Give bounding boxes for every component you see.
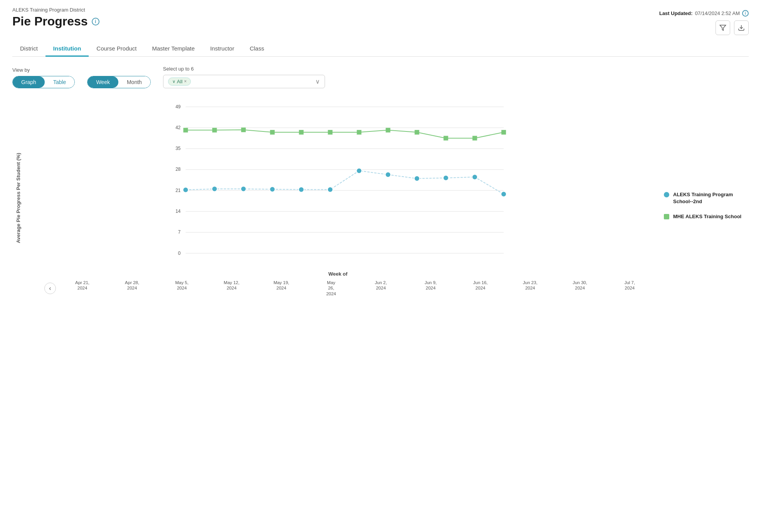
x-label-6: Jun 2,2024 (369, 280, 392, 297)
svg-text:35: 35 (175, 146, 181, 151)
aleks-point-11 (501, 191, 507, 197)
all-tag: ∨ All × (168, 77, 191, 86)
x-label-4: May 19,2024 (270, 280, 293, 297)
time-filter-group: Week Month (87, 76, 150, 88)
legend-item-aleks: ALEKS Training Program School--2nd (664, 191, 749, 205)
tab-master-template[interactable]: Master Template (145, 41, 203, 57)
x-label-10: Jun 30,2024 (568, 280, 591, 297)
mhe-point-8 (415, 130, 419, 135)
mhe-point-1 (212, 128, 217, 132)
aleks-point-9 (443, 175, 449, 180)
tab-district[interactable]: District (12, 41, 45, 57)
x-label-9: Jun 23,2024 (519, 280, 542, 297)
tab-class[interactable]: Class (242, 41, 272, 57)
legend-square-mhe (664, 214, 669, 219)
selected-tags: ∨ All × (168, 77, 315, 86)
legend-dot-aleks (664, 192, 669, 197)
page-info-icon[interactable]: i (92, 18, 99, 25)
mhe-point-0 (184, 128, 188, 132)
view-table-button[interactable]: Table (45, 76, 74, 88)
tab-institution[interactable]: Institution (45, 41, 89, 57)
header-actions (716, 20, 749, 35)
view-by-label: View by (12, 67, 75, 73)
x-label-1: Apr 28,2024 (121, 280, 144, 297)
aleks-point-0 (183, 187, 189, 192)
mhe-point-3 (270, 130, 275, 135)
aleks-point-3 (270, 186, 275, 192)
aleks-point-1 (212, 186, 217, 192)
chart-area: Average Pie Progress Per Student (%) .gr… (12, 99, 749, 297)
mhe-point-10 (473, 136, 477, 140)
mhe-point-9 (444, 136, 448, 140)
aleks-point-4 (299, 187, 304, 192)
svg-text:49: 49 (175, 104, 181, 109)
aleks-point-5 (328, 187, 333, 192)
svg-text:42: 42 (175, 125, 181, 130)
x-label-8: Jun 16,2024 (469, 280, 492, 297)
month-button[interactable]: Month (118, 76, 150, 88)
institution-select-group: Select up to 6 ∨ All × ∨ (163, 66, 325, 88)
svg-text:21: 21 (175, 188, 181, 193)
x-labels: Apr 21,2024 Apr 28,2024 May 5,2024 May 1… (57, 280, 655, 297)
header-right: Last Updated: 07/14/2024 2:52 AM i (659, 7, 749, 35)
tab-instructor[interactable]: Instructor (202, 41, 242, 57)
breadcrumb: ALEKS Training Program District (12, 7, 99, 13)
controls-row: View by Graph Table Week Month Select up… (12, 66, 749, 88)
mhe-point-5 (328, 130, 333, 135)
header-row: ALEKS Training Program District Pie Prog… (12, 7, 749, 35)
time-toggle: Week Month (87, 76, 150, 88)
mhe-point-6 (357, 130, 362, 135)
y-axis-label: Average Pie Progress Per Student (%) (12, 99, 21, 297)
chart-section: Average Pie Progress Per Student (%) .gr… (12, 99, 655, 297)
tab-course-product[interactable]: Course Product (89, 41, 144, 57)
select-up-to-label: Select up to 6 (163, 66, 325, 72)
view-graph-button[interactable]: Graph (13, 76, 45, 88)
x-label-3: May 12,2024 (220, 280, 243, 297)
week-button[interactable]: Week (88, 76, 118, 88)
svg-text:14: 14 (175, 209, 181, 214)
aleks-point-8 (414, 176, 420, 181)
dropdown-chevron-icon: ∨ (315, 78, 320, 85)
mhe-point-11 (502, 130, 506, 135)
x-label-5: May26,2024 (320, 280, 343, 297)
last-updated: Last Updated: 07/14/2024 2:52 AM i (659, 10, 749, 17)
title-section: ALEKS Training Program District Pie Prog… (12, 7, 99, 29)
svg-text:0: 0 (178, 251, 181, 256)
aleks-point-7 (386, 172, 391, 177)
institution-multiselect[interactable]: ∨ All × ∨ (163, 75, 325, 88)
mhe-line (186, 130, 504, 138)
x-nav-row: ‹ Apr 21,2024 Apr 28,2024 May 5,2024 May… (21, 280, 655, 297)
view-by-group: View by Graph Table (12, 67, 75, 88)
x-label-11: Jul 7,2024 (618, 280, 641, 297)
prev-nav-button[interactable]: ‹ (44, 283, 56, 294)
chart-legend: ALEKS Training Program School--2nd MHE A… (664, 99, 749, 297)
x-axis-label: Week of (21, 271, 655, 277)
download-button[interactable] (734, 20, 749, 35)
x-label-7: Jun 9,2024 (419, 280, 442, 297)
legend-item-mhe: MHE ALEKS Training School (664, 213, 749, 220)
mhe-point-7 (386, 128, 391, 132)
x-label-0: Apr 21,2024 (71, 280, 94, 297)
tabs-row: District Institution Course Product Mast… (12, 41, 749, 57)
page-title: Pie Progress i (12, 14, 99, 29)
aleks-point-2 (241, 186, 246, 192)
mhe-point-2 (241, 127, 246, 132)
svg-text:28: 28 (175, 167, 181, 172)
last-updated-info-icon[interactable]: i (742, 10, 749, 17)
remove-all-tag[interactable]: × (184, 79, 187, 84)
chart-svg: .grid-line { stroke: #e0e0e0; stroke-wid… (21, 99, 655, 269)
legend-label-aleks: ALEKS Training Program School--2nd (673, 191, 749, 205)
chevron-small-icon: ∨ (172, 79, 175, 84)
aleks-point-6 (357, 168, 362, 173)
x-label-2: May 5,2024 (170, 280, 194, 297)
svg-text:7: 7 (178, 229, 181, 235)
view-by-toggle: Graph Table (12, 76, 75, 88)
filter-button[interactable] (716, 20, 730, 35)
aleks-point-10 (472, 174, 478, 180)
legend-label-mhe: MHE ALEKS Training School (673, 213, 741, 220)
svg-marker-0 (720, 25, 726, 30)
mhe-point-4 (299, 130, 304, 135)
page-container: ALEKS Training Program District Pie Prog… (0, 0, 761, 309)
